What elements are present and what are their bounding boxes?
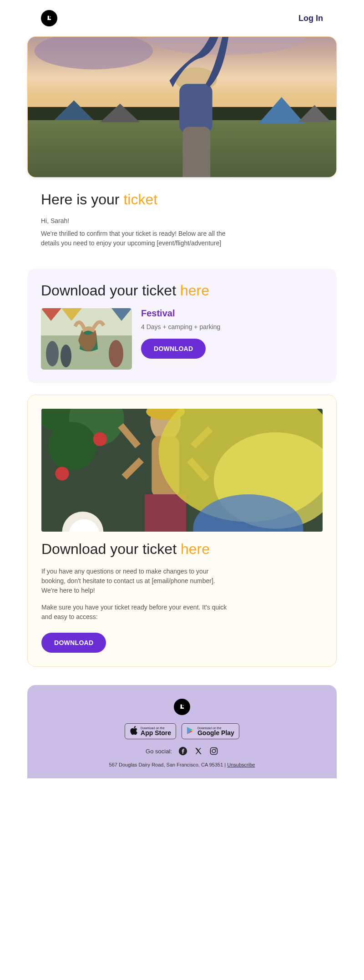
svg-point-21 [61, 345, 71, 367]
social-row: Go social: [36, 746, 328, 756]
footer: Download on the App Store Download on th… [27, 685, 337, 778]
heading: Here is your ticket [41, 191, 323, 208]
download-card-1: Download your ticket here [27, 269, 337, 383]
svg-point-2 [50, 16, 51, 17]
gplay-big-text: Google Play [197, 730, 234, 736]
svg-point-50 [212, 749, 216, 753]
app-store-badge[interactable]: Download on the App Store [125, 723, 176, 739]
ticket-subtitle: 4 Days + camping + parking [141, 323, 220, 330]
svg-point-29 [93, 432, 107, 446]
ticket-title: Festival [141, 308, 220, 319]
card1-heading-accent: here [180, 282, 209, 299]
svg-rect-34 [145, 494, 186, 532]
instagram-icon[interactable] [209, 746, 218, 756]
unsubscribe-link[interactable]: Unsubscribe [227, 762, 255, 767]
facebook-icon[interactable] [178, 746, 187, 756]
svg-rect-1 [48, 19, 51, 20]
intro-section: Here is your ticket Hi, Sarah! We're thr… [27, 178, 337, 257]
svg-rect-14 [182, 127, 210, 177]
heading-pre: Here is your [41, 191, 123, 208]
svg-point-51 [215, 748, 216, 749]
svg-rect-13 [179, 84, 212, 133]
download-button-2[interactable]: DOWNLOAD [41, 633, 106, 653]
store-badges: Download on the App Store Download on th… [36, 723, 328, 739]
google-play-icon [187, 726, 195, 736]
festival-thumbnail [41, 308, 132, 370]
footer-logo [174, 699, 190, 715]
google-play-badge[interactable]: Download on the Google Play [182, 723, 239, 739]
hero-image [27, 36, 337, 178]
download-button[interactable]: DOWNLOAD [141, 339, 206, 359]
download-card-2: Download your ticket here If you have an… [27, 395, 337, 667]
logo [41, 10, 57, 26]
intro-body: We're thrilled to confirm that your tick… [41, 229, 228, 248]
card2-para2: Make sure you have your ticket ready bef… [41, 603, 228, 622]
header: Log In [27, 10, 337, 36]
card2-para1: If you have any questions or need to mak… [41, 567, 228, 595]
x-icon[interactable] [194, 746, 203, 756]
svg-point-27 [48, 422, 96, 470]
greeting: Hi, Sarah! [41, 217, 323, 224]
footer-address: 567 Douglas Dairy Road, San Francisco, C… [36, 762, 328, 767]
event-image [41, 409, 323, 532]
svg-point-20 [46, 341, 59, 366]
appstore-big-text: App Store [141, 730, 171, 736]
card2-heading-accent: here [181, 541, 210, 557]
social-label: Go social: [146, 748, 172, 755]
card2-heading-pre: Download your ticket [41, 541, 181, 557]
heading-accent: ticket [123, 191, 157, 208]
card1-heading-pre: Download your ticket [41, 282, 180, 299]
card1-heading: Download your ticket here [41, 282, 323, 299]
svg-point-22 [109, 340, 123, 367]
login-link[interactable]: Log In [298, 14, 323, 23]
card2-heading: Download your ticket here [41, 541, 323, 558]
address-text: 567 Douglas Dairy Road, San Francisco, C… [109, 762, 228, 767]
apple-icon [130, 726, 138, 736]
ticket-row: Festival 4 Days + camping + parking DOWN… [41, 308, 323, 370]
ticket-info: Festival 4 Days + camping + parking DOWN… [141, 308, 220, 359]
svg-point-43 [183, 705, 184, 706]
svg-point-30 [55, 467, 69, 480]
svg-rect-42 [181, 707, 184, 709]
